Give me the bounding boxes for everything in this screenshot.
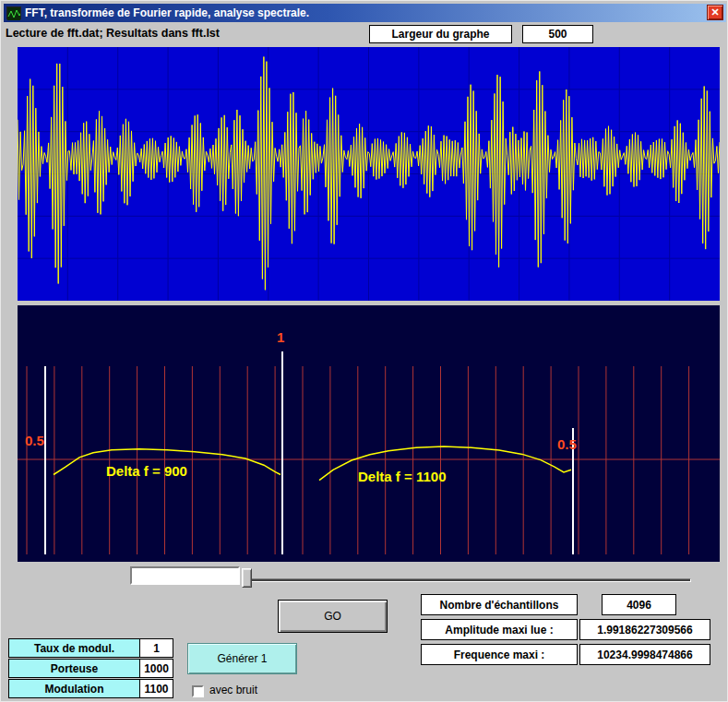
app-icon [6, 6, 21, 19]
scroll-value-edit[interactable] [130, 566, 240, 585]
status-text: Lecture de fft.dat; Resultats dans fft.l… [6, 27, 220, 40]
max-amplitude-value[interactable]: 1.99186227309566 [579, 619, 710, 640]
samples-count-value[interactable]: 4096 [602, 594, 676, 615]
max-amplitude-label: Amplitude maxi lue : [421, 619, 578, 640]
time-domain-chart [18, 47, 720, 301]
modulation-freq-label: Modulation [8, 679, 140, 698]
samples-count-label: Nombre d'échantillons [421, 594, 578, 615]
graph-width-input[interactable]: 500 [522, 25, 593, 43]
delta-f-right-label: Delta f = 1100 [358, 469, 446, 484]
generate-button[interactable]: Générer 1 [187, 643, 297, 674]
spectrum-peak-label: 1 [277, 329, 284, 345]
close-button[interactable]: ✕ [707, 5, 723, 20]
app-window: FFT, transformée de Fourier rapide, anal… [0, 0, 728, 702]
spectrum-half-right-label: 0.5 [557, 436, 577, 452]
delta-f-left-label: Delta f = 900 [106, 463, 187, 479]
carrier-input[interactable]: 1000 [139, 659, 173, 678]
modulation-rate-label: Taux de modul. [8, 638, 140, 658]
max-frequency-label: Frequence maxi : [421, 644, 578, 665]
spectrum-chart: 1 0.5 0.5 Delta f = 900 Delta f = 1100 [18, 305, 720, 562]
graph-width-label: Largeur du graphe [369, 25, 512, 43]
spectrum-half-left-label: 0.5 [25, 433, 44, 448]
go-button[interactable]: GO [278, 600, 388, 633]
title-bar[interactable]: FFT, transformée de Fourier rapide, anal… [4, 4, 726, 22]
modulation-rate-input[interactable]: 1 [139, 638, 173, 658]
carrier-label: Porteuse [8, 659, 140, 678]
slider-thumb[interactable] [242, 568, 252, 588]
slider-track[interactable] [246, 578, 691, 582]
noise-checkbox[interactable] [192, 685, 204, 697]
window-title: FFT, transformée de Fourier rapide, anal… [25, 6, 309, 19]
max-frequency-value[interactable]: 10234.9998474866 [579, 644, 710, 665]
modulation-freq-input[interactable]: 1100 [139, 679, 173, 698]
noise-checkbox-label: avec bruit [209, 684, 257, 696]
